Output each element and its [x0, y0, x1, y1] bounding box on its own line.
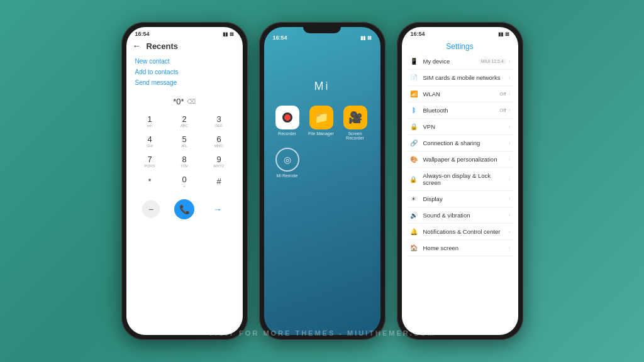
time-1: 16:54 — [135, 31, 150, 37]
send-message-link[interactable]: Send message — [135, 77, 234, 88]
key-8[interactable]: 8TUV — [171, 151, 197, 170]
back-arrow-icon[interactable]: ← — [133, 41, 142, 51]
screen-recorder-icon: 🎥 — [343, 106, 367, 129]
chevron-icon-2: › — [509, 75, 511, 80]
notch — [303, 27, 341, 33]
new-contact-link[interactable]: New contact — [135, 56, 234, 67]
sound-icon: 🔊 — [409, 212, 418, 219]
notifications-label: Notifications & Control center — [423, 228, 501, 235]
keypad-row-2: 4GHI 5JKL 6MNO — [133, 131, 236, 150]
sim-label: SIM cards & mobile networks — [423, 74, 501, 81]
app-mi-remote[interactable]: ◎ Mi Remote — [273, 148, 302, 178]
settings-item-lockscreen[interactable]: 🔒 Always-on display & Lock screen › — [407, 168, 513, 191]
chevron-icon-7: › — [509, 156, 511, 162]
settings-item-display[interactable]: ☀ Display › — [407, 191, 513, 207]
bluetooth-label: Bluetooth — [423, 107, 448, 114]
chevron-icon: › — [509, 58, 511, 64]
recorder-dot — [282, 112, 292, 123]
call-button[interactable]: 📞 — [174, 199, 194, 219]
dialer-actions: − 📞 → — [126, 195, 243, 223]
settings-item-notifications[interactable]: 🔔 Notifications & Control center › — [407, 224, 513, 240]
settings-item-sim[interactable]: 📄 SIM cards & mobile networks › — [407, 70, 513, 86]
bluetooth-value: Off — [499, 107, 506, 113]
settings-item-sound[interactable]: 🔊 Sound & vibration › — [407, 207, 513, 224]
settings-list: 📱 My device MIUI 12.5.4 › 📄 SIM cards & … — [402, 53, 518, 256]
app-row-2: ◎ Mi Remote — [273, 148, 372, 178]
forward-button[interactable]: → — [209, 200, 226, 218]
files-icon: 📁 — [309, 106, 333, 129]
vpn-label: VPN — [423, 123, 436, 130]
key-7[interactable]: 7PQRS — [136, 151, 163, 170]
settings-item-wlan[interactable]: 📶 WLAN Off › — [407, 86, 513, 102]
contact-options: New contact Add to contacts Send message — [126, 52, 243, 92]
clear-button[interactable]: ⌫ — [187, 98, 196, 105]
key-6[interactable]: 6MNO — [206, 131, 232, 150]
app-screen-recorder[interactable]: 🎥 Screen Recorder — [341, 106, 370, 140]
settings-item-connection[interactable]: 🔗 Connection & sharing › — [407, 135, 513, 151]
dialer-title: Recents — [147, 41, 179, 51]
dialer-display: *0* ⌫ — [126, 92, 243, 109]
status-icons-2: ▮▮ ⊠ — [360, 35, 372, 41]
settings-item-wallpaper[interactable]: 🎨 Wallpaper & personalization › — [407, 151, 513, 168]
key-1[interactable]: 1om — [136, 111, 163, 130]
chevron-icon-6: › — [509, 140, 511, 146]
settings-item-vpn[interactable]: 🔒 VPN › — [407, 119, 513, 135]
keypad: 1om 2ABC 3DEF 4GHI 5JKL 6MNO 7PQRS 8TUV … — [126, 109, 243, 193]
keypad-row-1: 1om 2ABC 3DEF — [133, 111, 236, 130]
app-row-1: Recorder 📁 File Manager 🎥 Screen Recorde… — [273, 106, 372, 140]
status-icons-1: ▮▮ ⊠ — [223, 31, 234, 37]
chevron-icon-10: › — [509, 212, 511, 218]
phone-settings: 16:54 ▮▮ ⊠ Settings 📱 My device MIUI 12.… — [397, 22, 523, 340]
recorder-label: Recorder — [278, 131, 296, 136]
dial-digits: *0* — [173, 97, 184, 106]
chevron-icon-9: › — [509, 196, 511, 202]
notifications-icon: 🔔 — [409, 228, 418, 235]
watermark: VISIT FOR MORE THEMES - MIUITHEMER.COM — [209, 329, 436, 337]
connection-label: Connection & sharing — [423, 140, 480, 146]
time-2: 16:54 — [273, 35, 287, 41]
lockscreen-label: Always-on display & Lock screen — [423, 172, 509, 186]
wlan-value: Off — [499, 91, 506, 97]
mi-remote-label: Mi Remote — [277, 173, 298, 178]
status-icons-3: ▮▮ ⊠ — [498, 31, 509, 37]
key-hash[interactable]: # — [206, 172, 232, 190]
app-recorder[interactable]: Recorder — [273, 106, 302, 140]
key-2[interactable]: 2ABC — [171, 111, 197, 130]
app-files[interactable]: 📁 File Manager — [307, 106, 336, 140]
key-star[interactable]: * — [136, 172, 163, 190]
settings-item-home[interactable]: 🏠 Home screen › — [407, 240, 513, 256]
home-icon: 🏠 — [409, 244, 418, 251]
device-value: MIUI 12.5.4 — [479, 58, 506, 64]
display-label: Display — [423, 195, 443, 202]
settings-title: Settings — [402, 38, 518, 53]
bluetooth-icon: ᛒ — [409, 107, 418, 114]
key-0[interactable]: 0+ — [171, 172, 197, 190]
chevron-icon-11: › — [509, 229, 511, 234]
settings-item-device[interactable]: 📱 My device MIUI 12.5.4 › — [407, 53, 513, 70]
wallpaper-label: Wallpaper & personalization — [423, 156, 497, 163]
chevron-icon-4: › — [509, 107, 511, 113]
key-9[interactable]: 9WXYZ — [206, 151, 232, 170]
display-icon: ☀ — [409, 195, 418, 202]
mi-logo: Mi — [264, 42, 380, 106]
wlan-label: WLAN — [423, 90, 440, 97]
key-4[interactable]: 4GHI — [136, 131, 163, 150]
key-5[interactable]: 5JKL — [171, 131, 197, 150]
device-label: My device — [423, 58, 450, 65]
keypad-row-3: 7PQRS 8TUV 9WXYZ — [133, 151, 236, 170]
phone-dialer: 16:54 ▮▮ ⊠ ← Recents New contact Add to … — [121, 22, 248, 340]
add-to-contacts-link[interactable]: Add to contacts — [135, 67, 234, 77]
chevron-icon-12: › — [509, 245, 511, 251]
device-icon: 📱 — [409, 58, 418, 65]
key-3[interactable]: 3DEF — [206, 111, 232, 130]
home-label: Home screen — [423, 244, 459, 251]
settings-item-bluetooth[interactable]: ᛒ Bluetooth Off › — [407, 102, 513, 119]
app-grid: Recorder 📁 File Manager 🎥 Screen Recorde… — [264, 106, 380, 178]
wlan-icon: 📶 — [409, 90, 418, 97]
mi-remote-icon: ◎ — [275, 148, 299, 172]
minus-button[interactable]: − — [142, 200, 160, 218]
sim-icon: 📄 — [409, 74, 418, 81]
chevron-icon-8: › — [509, 177, 511, 182]
chevron-icon-3: › — [509, 91, 511, 97]
vpn-icon: 🔒 — [409, 123, 418, 130]
